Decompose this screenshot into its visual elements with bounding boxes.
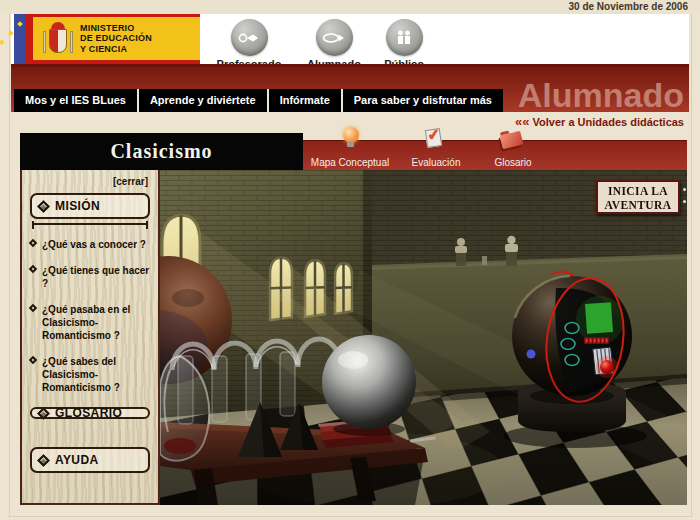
sidebar-item-pasaba[interactable]: ¿Qué pasaba en el Clasicismo-Romanticism… (30, 303, 150, 342)
frame-line-right (691, 0, 692, 517)
close-panel-link[interactable]: [cerrar] (30, 176, 148, 187)
top-strip: 30 de Noviembre de 2006 (0, 0, 700, 14)
flag-blue-stripe (14, 14, 25, 64)
nav-tab-informate[interactable]: Infórmate (269, 89, 343, 112)
flag-red-stripe (25, 14, 33, 64)
check-sheet-icon[interactable] (425, 128, 442, 148)
vignette (160, 170, 687, 505)
back-to-units-link[interactable]: ««Volver a Unidades didácticas (515, 114, 684, 129)
nav-tab-aprende[interactable]: Aprende y diviértete (139, 89, 269, 112)
unit-toolbar: Mapa Conceptual Evaluación Glosario (303, 140, 687, 170)
current-date: 30 de Noviembre de 2006 (568, 1, 688, 12)
nav-tab-mos-ies-blues[interactable]: Mos y el IES BLues (14, 89, 139, 112)
sidebar-header-glosario[interactable]: GLOSARIO (30, 407, 150, 419)
scene-artwork (160, 170, 687, 505)
toolbar-item-glosario[interactable]: Glosario (475, 141, 551, 171)
diamond-bullet-icon (29, 239, 37, 247)
pencil-icon[interactable] (316, 19, 353, 56)
toolbar-item-evaluacion[interactable]: Evaluación (398, 141, 474, 171)
lightbulb-icon[interactable] (343, 127, 359, 143)
pen-nib-icon[interactable] (231, 19, 268, 56)
section-watermark: Alumnado (518, 76, 684, 112)
start-adventure-button[interactable]: INICIA LA AVENTURA (596, 180, 680, 214)
diamond-bullet-icon (29, 304, 37, 312)
sidebar-item-hacer[interactable]: ¿Qué tienes que hacer ? (30, 264, 150, 290)
audience-button-profesorado[interactable]: Profesorado (206, 19, 292, 70)
people-icon[interactable] (386, 19, 423, 56)
main-nav-tabs: Mos y el IES BLues Aprende y diviértete … (14, 89, 503, 112)
coat-of-arms-icon (43, 21, 73, 57)
flag-stars-icon (17, 21, 23, 27)
diamond-icon (37, 407, 50, 420)
sidebar-header-mision[interactable]: MISIÓN (30, 193, 150, 219)
diamond-icon (37, 200, 50, 213)
ministry-logo: MINISTERIO DE EDUCACIÓN Y CIENCIA (14, 14, 200, 64)
alumnado-clasicismo-page: 30 de Noviembre de 2006 MINISTERIO DE ED… (0, 0, 700, 520)
diamond-icon (37, 454, 50, 467)
sidebar-item-sabes[interactable]: ¿Qué sabes del Clasicismo-Romanticismo ? (30, 355, 150, 394)
scene-3d-render: INICIA LA AVENTURA (160, 170, 687, 505)
toolbar-item-mapa-conceptual[interactable]: Mapa Conceptual (305, 141, 395, 171)
unit-title: Clasicismo (20, 133, 303, 170)
flag-yellow-field: MINISTERIO DE EDUCACIÓN Y CIENCIA (33, 14, 200, 64)
decorative-rod (33, 223, 147, 225)
audience-button-publico[interactable]: Público (361, 19, 447, 70)
diamond-bullet-icon (29, 265, 37, 273)
main-nav-banner: Alumnado Mos y el IES BLues Aprende y di… (11, 67, 689, 112)
frame-line-left (9, 0, 10, 517)
diamond-bullet-icon (29, 356, 37, 364)
mission-sidebar: [cerrar] MISIÓN ¿Qué vas a conocer ? ¿Qu… (20, 170, 160, 505)
sidebar-item-conocer[interactable]: ¿Qué vas a conocer ? (30, 238, 150, 251)
frame-line-bottom (8, 516, 692, 517)
header-band: MINISTERIO DE EDUCACIÓN Y CIENCIA Profes… (11, 14, 689, 64)
folder-icon[interactable] (500, 131, 524, 150)
sidebar-header-ayuda[interactable]: AYUDA (30, 447, 150, 473)
ministry-name: MINISTERIO DE EDUCACIÓN Y CIENCIA (80, 23, 152, 55)
nav-tab-para-saber[interactable]: Para saber y disfrutar más (343, 89, 503, 112)
double-chevron-left-icon: «« (515, 114, 529, 129)
